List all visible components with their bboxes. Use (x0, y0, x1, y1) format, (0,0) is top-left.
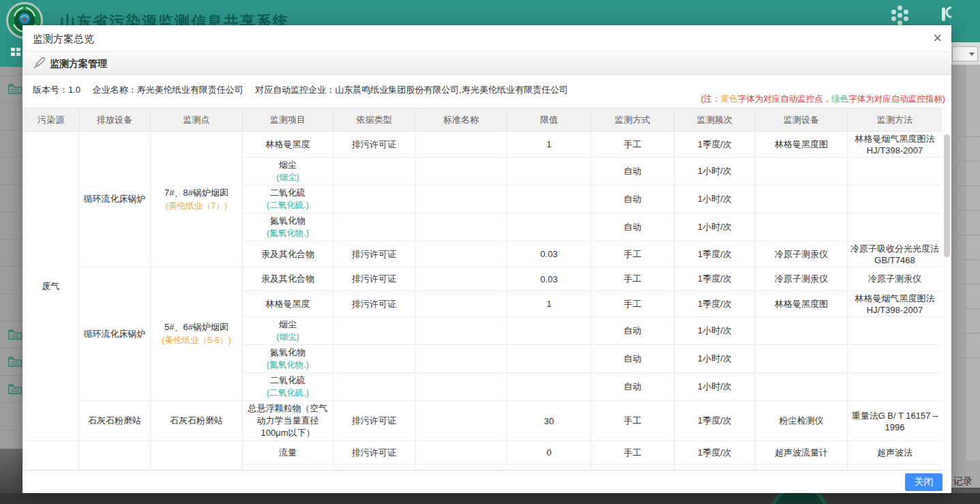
table-scrollbar[interactable] (944, 134, 950, 257)
folder-icon[interactable] (8, 383, 22, 395)
cell-monitoring-frequency: 1小时/次 (674, 213, 756, 241)
cell-monitoring-frequency: 1季度/次 (674, 241, 756, 267)
cell-monitoring-mode: 自动 (591, 345, 674, 373)
cell-limit-value: 1 (507, 291, 591, 317)
cell-monitoring-equipment: 林格曼黑度图 (756, 132, 848, 158)
cell-limit-value (507, 373, 591, 401)
cell-monitoring-item: 烟尘(烟尘) (243, 317, 333, 345)
cell-limit-value (507, 317, 591, 345)
right-header-edge (951, 0, 980, 42)
column-header: 标准名称 (415, 108, 507, 132)
cell-limit-value (507, 158, 591, 186)
cell-monitoring-equipment (756, 186, 848, 213)
cell-pollutant-source: 废气 (23, 132, 79, 441)
pencil-icon (33, 57, 45, 69)
menu-grid-icon[interactable] (11, 48, 20, 56)
table-row: 废气循环流化床锅炉7#、8#锅炉烟囱(美伦纸业（7）)林格曼黑度排污许可证1手工… (23, 132, 942, 158)
cell-monitoring-frequency: 1小时/次 (674, 158, 756, 186)
column-header: 依据类型 (333, 108, 415, 132)
column-header: 污染源 (23, 108, 79, 132)
background-dropdown[interactable] (952, 46, 978, 61)
cell-monitoring-item: 汞及其化合物 (243, 241, 333, 267)
cell-monitoring-mode: 手工 (591, 441, 674, 464)
cell-basis-type (333, 345, 415, 373)
records-label: 记录 (953, 475, 972, 488)
version-label: 版本号： (33, 85, 68, 95)
cell-monitoring-method: 林格曼烟气黑度图法HJ/T398-2007 (848, 291, 942, 317)
cell-basis-type (333, 317, 415, 345)
cell-monitoring-method (848, 373, 942, 401)
table-row: 循环流化床锅炉5#、6#锅炉烟囱(美伦纸业（5-6）)汞及其化合物排污许可证0.… (23, 267, 942, 291)
cell-emission-device: 石灰石粉磨站 (79, 401, 151, 441)
cell-monitoring-mode: 自动 (591, 317, 674, 345)
cell-monitoring-frequency: 1季度/次 (674, 291, 756, 317)
cell-standard-name (415, 267, 507, 291)
cell-monitoring-mode: 手工 (591, 241, 674, 267)
modal-title: 监测方案总览 (33, 33, 94, 46)
apps-grid-icon[interactable] (889, 5, 910, 27)
cell-standard-name (415, 401, 507, 441)
monitoring-table: 污染源排放设备监测点监测项目依据类型标准名称限值监测方式监测频次监测设备监测方法… (23, 108, 942, 471)
cell-monitoring-item-auto-tag: (二氧化硫.) (246, 200, 330, 211)
auto-company-value: 山东晨鸣纸业集团股份有限公司,寿光美伦纸业有限责任公司 (335, 85, 568, 95)
note-green: 绿色 (831, 94, 848, 104)
cell-basis-type: 排污许可证 (333, 267, 415, 291)
page: 山东省污染源监测信息共享系统 询 记录 监测方案总览 × (0, 0, 980, 504)
folder-icon[interactable] (8, 83, 22, 95)
folder-icon[interactable] (8, 356, 22, 368)
cell-monitoring-equipment: PH-HJ90B酸度计 (756, 464, 848, 471)
cell-standard-name (415, 345, 507, 373)
cell-monitoring-equipment: 林格曼黑度图 (756, 291, 848, 317)
company-value: 寿光美伦纸业有限责任公司 (137, 85, 243, 95)
cell-monitoring-frequency: 1季度/次 (674, 441, 756, 464)
folder-icon[interactable] (8, 329, 22, 340)
cell-emission-device: 循环流化床锅炉 (79, 267, 151, 401)
cell-monitoring-method (848, 317, 942, 345)
cell-monitoring-item: 林格曼黑度 (243, 291, 333, 317)
cell-limit-value: 9--6 (507, 464, 591, 471)
cell-limit-value: 1 (507, 132, 591, 158)
cell-monitoring-equipment (756, 317, 848, 345)
cell-monitoring-equipment (756, 373, 848, 401)
cell-monitoring-equipment (756, 213, 848, 241)
cell-monitoring-mode: 手工 (591, 401, 674, 441)
cell-basis-type (333, 373, 415, 401)
cell-monitoring-item-auto-tag: (氮氧化物.) (246, 228, 330, 239)
column-header: 监测方式 (591, 108, 674, 132)
cell-monitoring-mode: 手工 (591, 267, 674, 291)
cell-monitoring-frequency: 1季度/次 (674, 401, 756, 441)
cell-limit-value (507, 345, 591, 373)
cell-standard-name (415, 132, 507, 158)
table-row: 流量排污许可证0手工1季度/次超声波流量计超声波法 (23, 441, 942, 464)
cell-monitoring-method: 超声波法 (848, 441, 942, 464)
cell-monitoring-frequency: 1小时/次 (674, 345, 756, 373)
cell-monitoring-point: 7#、8#锅炉烟囱(美伦纸业（7）) (151, 132, 243, 267)
cell-monitoring-item: pH值 (243, 464, 333, 471)
cell-limit-value: 0.03 (507, 241, 591, 267)
cell-monitoring-method (848, 186, 942, 213)
version-value: 1.0 (68, 85, 80, 95)
cell-basis-type (333, 158, 415, 186)
close-button[interactable]: 关闭 (905, 473, 942, 491)
cell-monitoring-equipment: 粉尘检测仪 (756, 401, 848, 441)
cell-limit-value: 0.03 (507, 267, 591, 291)
column-header: 限值 (507, 108, 591, 132)
cell-monitoring-method: 玻璃电极法 GB/T6920 (848, 464, 942, 471)
cell-monitoring-equipment: 冷原子测汞仪 (756, 267, 848, 291)
cell-basis-type: 排污许可证 (333, 401, 415, 441)
close-icon[interactable]: × (933, 29, 942, 47)
cell-standard-name (415, 464, 507, 471)
cell-monitoring-item: 氮氧化物(氮氧化物.) (243, 213, 333, 241)
cell-standard-name (415, 186, 507, 213)
cell-monitoring-mode: 自动 (591, 213, 674, 241)
note-part: 字体为对应自动监控点， (738, 94, 832, 104)
modal-footer: 关闭 (23, 471, 951, 493)
monitoring-table-wrap: 污染源排放设备监测点监测项目依据类型标准名称限值监测方式监测频次监测设备监测方法… (23, 108, 942, 471)
cell-standard-name (415, 241, 507, 267)
cell-emission-device (79, 441, 151, 471)
cell-limit-value (507, 213, 591, 241)
table-header-row: 污染源排放设备监测点监测项目依据类型标准名称限值监测方式监测频次监测设备监测方法 (23, 108, 942, 132)
cell-monitoring-method (848, 213, 942, 241)
cell-monitoring-method: 冷原子测汞仪 (848, 267, 942, 291)
sidebar (0, 67, 23, 449)
